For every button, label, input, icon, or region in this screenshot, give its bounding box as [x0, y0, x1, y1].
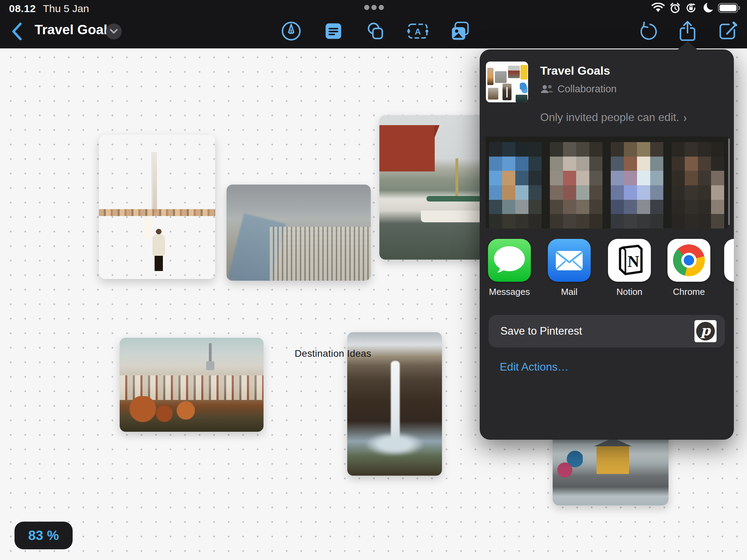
moon-icon: [701, 2, 713, 14]
photo-city-aerial[interactable]: [227, 185, 371, 281]
toolbar-right: [636, 20, 739, 42]
freeform-app-screen: 08.12 Thu 5 Jan: [0, 0, 747, 560]
share-apps-row: Messages Mail: [480, 239, 734, 308]
top-bar: 08.12 Thu 5 Jan: [0, 0, 747, 48]
undo-button[interactable]: [636, 20, 658, 42]
pen-circle-icon: [280, 20, 302, 42]
blurred-contact[interactable]: [611, 142, 663, 228]
app-messages[interactable]: Messages: [488, 239, 531, 297]
zoom-level-value: 83 %: [28, 528, 59, 543]
app-label: Notion: [608, 287, 651, 297]
svg-text:A: A: [415, 27, 421, 36]
photo-turin-cityscape[interactable]: [120, 338, 264, 432]
edit-actions-button[interactable]: Edit Actions…: [500, 361, 569, 373]
shapes-tool-button[interactable]: [365, 20, 387, 42]
app-label: Chrome: [667, 287, 710, 297]
share-title: Travel Goals: [540, 64, 610, 77]
draw-tool-button[interactable]: [280, 20, 302, 42]
media-tool-button[interactable]: [449, 20, 471, 42]
collaboration-row: Collaboration: [540, 83, 617, 95]
media-icon: [449, 20, 471, 42]
app-label: Mail: [548, 287, 591, 297]
multitask-indicator-icon[interactable]: [364, 5, 384, 10]
messages-icon: [488, 239, 531, 282]
app-chrome[interactable]: Chrome: [667, 239, 710, 297]
back-button[interactable]: [8, 21, 25, 42]
new-board-button[interactable]: [717, 20, 739, 42]
svg-text:N: N: [628, 253, 639, 270]
status-bar: 08.12 Thu 5 Jan: [0, 0, 747, 15]
chevron-down-icon: [110, 29, 118, 34]
undo-icon: [637, 21, 658, 41]
share-button[interactable]: [676, 20, 699, 42]
alarm-icon: [670, 2, 681, 13]
canvas-text-label[interactable]: Destination Ideas: [295, 348, 371, 359]
back-chevron-icon: [11, 22, 22, 41]
save-to-pinterest-label: Save to Pinterest: [500, 325, 582, 337]
sticky-note-icon: [323, 21, 344, 41]
airdrop-contacts-blurred[interactable]: [486, 137, 728, 228]
wifi-icon: [652, 3, 665, 13]
title-menu-button[interactable]: [106, 24, 122, 39]
save-to-pinterest-action[interactable]: Save to Pinterest p: [489, 315, 725, 347]
text-tool-button[interactable]: A: [407, 20, 429, 42]
battery-icon: [718, 3, 741, 13]
app-mail[interactable]: Mail: [548, 239, 591, 297]
app-label: Messages: [488, 287, 531, 297]
app-notion[interactable]: N Notion: [608, 239, 651, 297]
board-title: Travel Goals: [35, 22, 115, 37]
pinterest-icon: p: [694, 320, 717, 342]
blurred-contact[interactable]: [489, 142, 542, 228]
chrome-icon: [667, 239, 710, 282]
toolbar-center: A: [280, 20, 471, 42]
board-thumbnail: [486, 62, 528, 102]
contacts-scrollbar[interactable]: [728, 139, 730, 225]
people-icon: [540, 84, 554, 94]
notion-icon: N: [608, 239, 651, 282]
orientation-lock-icon: [685, 2, 697, 13]
sticky-note-tool-button[interactable]: [322, 20, 344, 42]
slack-icon: [724, 239, 734, 282]
share-sheet: Travel Goals Collaboration Only invited …: [480, 49, 734, 440]
status-time: 08.12: [9, 3, 36, 15]
chevron-right-icon: ›: [683, 111, 687, 124]
popover-arrow: [677, 41, 698, 50]
mail-icon: [548, 239, 591, 282]
status-date: Thu 5 Jan: [43, 3, 89, 15]
compose-icon: [717, 20, 738, 42]
shapes-icon: [365, 20, 386, 42]
photo-malmo-tower[interactable]: [99, 135, 215, 279]
app-slack-partial[interactable]: S: [724, 239, 734, 297]
status-icons: [652, 2, 741, 14]
nav-row: Travel Goals: [0, 15, 747, 48]
permission-row[interactable]: Only invited people can edit. ›: [540, 111, 687, 124]
blurred-contact[interactable]: [672, 142, 724, 228]
collaboration-label: Collaboration: [557, 83, 617, 95]
text-box-icon: A: [407, 21, 429, 41]
zoom-level-badge[interactable]: 83 %: [15, 522, 73, 549]
share-icon: [677, 20, 698, 42]
permission-label: Only invited people can edit.: [540, 111, 679, 124]
app-label: S: [724, 287, 734, 297]
blurred-contact[interactable]: [550, 142, 602, 228]
